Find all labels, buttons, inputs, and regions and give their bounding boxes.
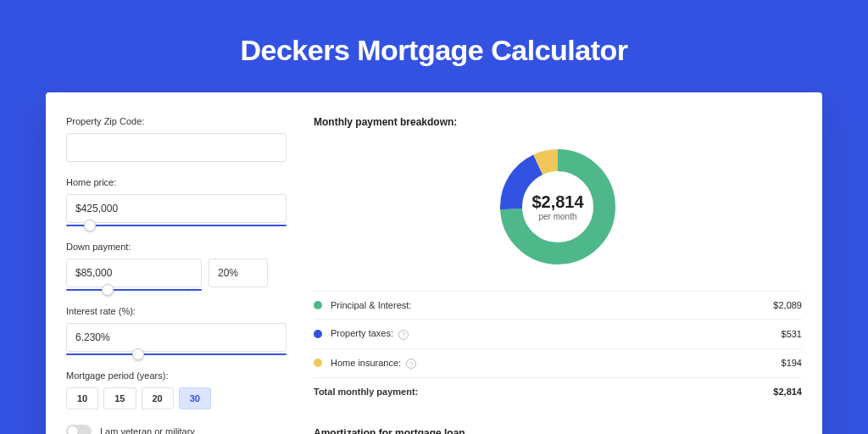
veteran-toggle[interactable]	[66, 425, 92, 434]
price-slider[interactable]	[66, 225, 287, 226]
page-title: Deckers Mortgage Calculator	[46, 34, 822, 67]
period-label: Mortgage period (years):	[66, 370, 287, 381]
rate-slider[interactable]	[66, 353, 287, 355]
total-value: $2,814	[773, 387, 802, 397]
period-15-button[interactable]: 15	[103, 387, 136, 409]
inputs-column: Property Zip Code: Home price: Down paym…	[66, 116, 287, 434]
calculator-card: Property Zip Code: Home price: Down paym…	[46, 92, 822, 434]
dot-icon	[314, 301, 322, 309]
legend-row-principal: Principal & Interest: $2,089	[314, 292, 802, 320]
legend: Principal & Interest: $2,089 Property ta…	[314, 291, 802, 405]
legend-label: Principal & Interest:	[331, 300, 773, 310]
down-label: Down payment:	[66, 242, 287, 252]
dot-icon	[314, 330, 322, 338]
breakdown-title: Monthly payment breakdown:	[314, 116, 802, 128]
breakdown-column: Monthly payment breakdown: $2,814 per mo…	[314, 116, 802, 434]
legend-row-insurance: Home insurance:? $194	[314, 349, 802, 379]
dot-icon	[314, 359, 322, 367]
donut-sub: per month	[538, 212, 576, 221]
legend-value: $2,089	[773, 300, 802, 310]
legend-row-taxes: Property taxes:? $531	[314, 320, 802, 349]
period-20-button[interactable]: 20	[142, 387, 174, 409]
down-amount-input[interactable]	[66, 259, 202, 287]
rate-label: Interest rate (%):	[66, 306, 287, 316]
down-percent-input[interactable]	[209, 259, 268, 287]
price-input[interactable]	[66, 194, 287, 223]
zip-input[interactable]	[66, 133, 287, 162]
rate-input[interactable]	[66, 323, 287, 352]
info-icon[interactable]: ?	[406, 359, 416, 369]
donut-amount: $2,814	[531, 192, 583, 212]
period-group: 10 15 20 30	[66, 387, 287, 409]
info-icon[interactable]: ?	[398, 330, 409, 340]
legend-label: Property taxes:?	[331, 328, 782, 340]
legend-value: $194	[782, 358, 802, 368]
period-10-button[interactable]: 10	[66, 387, 98, 409]
down-slider[interactable]	[66, 289, 202, 291]
period-30-button[interactable]: 30	[179, 387, 211, 409]
legend-label: Home insurance:?	[331, 358, 782, 370]
amortization-section: Amortization for mortgage loan Amortizat…	[314, 427, 802, 434]
veteran-label: I am veteran or military	[100, 426, 195, 434]
legend-row-total: Total monthly payment: $2,814	[314, 378, 802, 405]
payment-donut-chart: $2,814 per month	[494, 143, 621, 270]
amort-title: Amortization for mortgage loan	[314, 427, 802, 434]
price-label: Home price:	[66, 177, 287, 187]
legend-value: $531	[782, 329, 802, 339]
total-label: Total monthly payment:	[314, 387, 773, 397]
zip-label: Property Zip Code:	[66, 116, 287, 126]
